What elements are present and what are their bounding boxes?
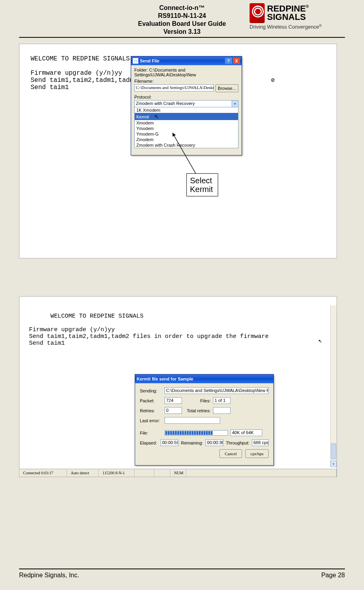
file-label: File: [140,431,162,435]
help-icon[interactable]: ? [225,58,232,64]
scroll-thumb[interactable] [331,443,336,459]
company-logo: REDPINE® SIGNALS Driving Wireless Conver… [250,3,345,30]
last-error-value [165,417,220,424]
svg-line-0 [172,133,196,175]
dialog-title: Send File [140,58,225,63]
cancel-button[interactable]: Cancel [219,449,242,458]
redpine-signal-icon [250,3,265,23]
registered-mark: ® [306,4,309,9]
sending-label: Sending: [140,388,162,393]
filename-input[interactable]: C:\Documents and Settings\UJWALA\Desktop… [134,84,214,91]
dialog-titlebar[interactable]: Kermit file send for Sample [135,375,273,383]
packet-value: 724 [165,397,182,404]
remaining-label: Remaining: [181,441,203,445]
dialog-titlebar[interactable]: □ Send File ? X [131,56,242,65]
doc-title-line3: Evaluation Board User Guide [138,20,226,27]
progress-bar [165,430,228,436]
status-detect: Auto detect [67,469,99,477]
status-connected: Connected 0:03:17 [19,469,67,477]
throughput-label: Throughput: [226,441,249,445]
chevron-down-icon[interactable]: ▾ [232,101,238,107]
screenshot-kermit-progress: WELCOME TO REDPINE SIGNALS Firmware upgr… [19,296,337,477]
registered-mark-2: ® [319,24,322,28]
cursor-icon: ↖ [318,337,322,345]
logo-brand2: SIGNALS [267,12,306,22]
sending-value: C:\Documents and Settings\UJWALA\Desktop… [165,387,269,394]
browse-button[interactable]: Browse... [215,84,238,92]
elapsed-label: Elapsed: [140,441,158,445]
elapsed-value: 00:00:59 [161,439,179,446]
dialog-icon: □ [133,58,138,64]
list-item[interactable]: Xmodem [135,120,238,126]
footer-page: Page 28 [321,572,345,579]
screenshot-send-file: WELCOME TO REDPINE SIGNALS Firmware upgr… [19,44,337,258]
protocol-selected: Zmodem with Crash Recovery [136,101,195,106]
doc-title-line1: Connect-io-n™ [159,4,205,11]
retries-value: 0 [165,407,182,414]
doc-title-line2: RS9110-N-11-24 [158,12,206,19]
progress-text: 40K of 64K [230,429,262,436]
total-retries-label: Total retries: [184,408,211,413]
page-header: Connect-io-n™ RS9110-N-11-24 Evaluation … [19,0,345,38]
close-icon[interactable]: X [233,58,240,64]
statusbar: Connected 0:03:17 Auto detect 115200 8-N… [19,469,337,477]
remaining-value: 00:00:36 [205,439,224,446]
footer-company: Redpine Signals, Inc. [19,572,79,579]
throughput-value: 688 cps [252,439,269,446]
scroll-down-icon[interactable]: ▾ [331,461,337,467]
status-baud: 115200 8-N-1 [99,469,135,477]
terminal-text-2: WELCOME TO REDPINE SIGNALS Firmware upgr… [29,313,269,347]
protocol-combobox[interactable]: Zmodem with Crash Recovery ▾ [134,100,238,107]
packet-label: Packet: [140,398,162,403]
vertical-scrollbar[interactable]: ▾ [330,305,337,467]
files-value: 1 of 1 [213,397,230,404]
list-item[interactable]: Ymodem [135,126,238,131]
list-item-kermit[interactable]: Kermit ↖ [135,113,238,120]
status-num: NUM [170,469,186,477]
retries-label: Retries: [140,408,162,413]
folder-label: Folder: [134,68,148,72]
total-retries-value [213,407,230,414]
filename-label: Filename: [134,79,238,83]
logo-tagline: Driving Wireless Convergence [250,24,319,30]
cursor-icon: ↖ [154,113,159,120]
list-item[interactable]: 1K Xmodem [135,107,238,113]
protocol-label: Protocol: [134,95,238,99]
kermit-dialog-title: Kermit file send for Sample [137,377,272,381]
list-item-label: Kermit [136,115,149,119]
cpsbps-button[interactable]: cps/bps [245,449,269,458]
files-label: Files: [184,398,211,403]
last-error-label: Last error: [140,418,162,423]
page-footer: Redpine Signals, Inc. Page 28 [19,569,345,579]
callout-select-kermit: Select Kermit [186,173,218,196]
kermit-send-dialog: Kermit file send for Sample Sending: C:\… [135,374,274,466]
callout-arrow [170,131,206,177]
